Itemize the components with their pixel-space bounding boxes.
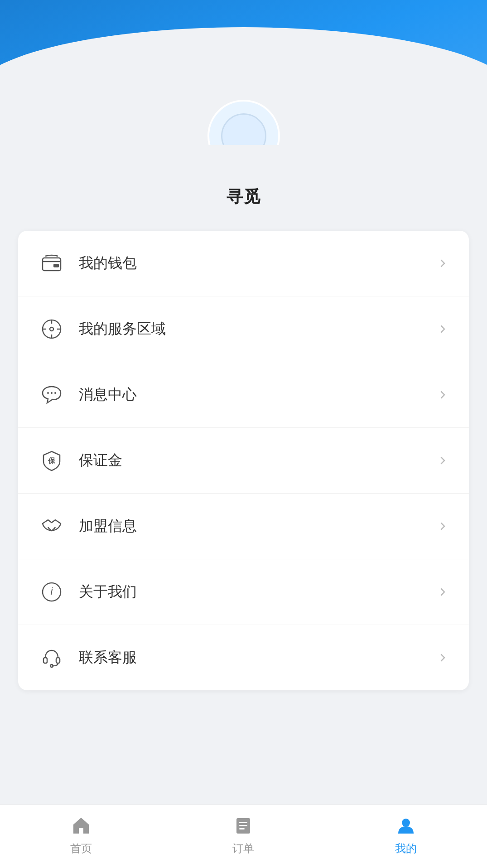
home-icon bbox=[69, 814, 93, 838]
contact-arrow bbox=[436, 651, 449, 664]
menu-item-deposit[interactable]: 保 保证金 bbox=[18, 428, 469, 494]
location-icon bbox=[38, 315, 65, 343]
service-area-label: 我的服务区域 bbox=[79, 319, 436, 339]
shield-icon: 保 bbox=[38, 447, 65, 474]
avatar bbox=[207, 100, 280, 145]
about-label: 关于我们 bbox=[79, 582, 436, 602]
menu-item-franchise[interactable]: 加盟信息 bbox=[18, 494, 469, 559]
service-area-arrow bbox=[436, 323, 449, 335]
svg-point-21 bbox=[402, 819, 410, 827]
info-icon: i bbox=[38, 578, 65, 606]
about-arrow bbox=[436, 586, 449, 598]
message-arrow bbox=[436, 388, 449, 401]
tab-mine[interactable]: 我的 bbox=[325, 814, 487, 856]
tab-orders-label: 订单 bbox=[232, 841, 254, 856]
svg-rect-19 bbox=[239, 825, 247, 826]
tab-mine-label: 我的 bbox=[395, 841, 417, 856]
avatar-inner bbox=[221, 113, 266, 145]
wallet-icon bbox=[38, 250, 65, 277]
franchise-arrow bbox=[436, 520, 449, 533]
menu-item-contact[interactable]: 联系客服 bbox=[18, 625, 469, 690]
deposit-arrow bbox=[436, 454, 449, 467]
tab-home[interactable]: 首页 bbox=[0, 814, 162, 856]
message-label: 消息中心 bbox=[79, 385, 436, 405]
svg-point-9 bbox=[51, 392, 53, 394]
menu-item-service-area[interactable]: 我的服务区域 bbox=[18, 296, 469, 362]
franchise-label: 加盟信息 bbox=[79, 516, 436, 536]
page-title: 寻觅 bbox=[0, 186, 487, 208]
wallet-label: 我的钱包 bbox=[79, 253, 436, 273]
deposit-label: 保证金 bbox=[79, 451, 436, 470]
svg-rect-14 bbox=[43, 658, 47, 663]
header-background bbox=[0, 0, 487, 145]
svg-point-10 bbox=[54, 392, 56, 394]
handshake-icon bbox=[38, 513, 65, 540]
message-icon bbox=[38, 381, 65, 408]
wallet-arrow bbox=[436, 257, 449, 270]
svg-rect-20 bbox=[239, 828, 245, 829]
tab-orders[interactable]: 订单 bbox=[162, 814, 324, 856]
svg-rect-15 bbox=[56, 658, 60, 663]
menu-item-about[interactable]: i 关于我们 bbox=[18, 559, 469, 625]
tab-home-label: 首页 bbox=[70, 841, 92, 856]
orders-icon bbox=[231, 814, 255, 838]
headset-icon bbox=[38, 644, 65, 671]
menu-item-message[interactable]: 消息中心 bbox=[18, 362, 469, 428]
svg-point-8 bbox=[47, 392, 49, 394]
svg-text:保: 保 bbox=[48, 457, 56, 465]
menu-item-wallet[interactable]: 我的钱包 bbox=[18, 231, 469, 296]
mine-icon bbox=[394, 814, 418, 838]
svg-rect-1 bbox=[53, 264, 59, 267]
svg-text:i: i bbox=[51, 586, 53, 597]
menu-card: 我的钱包 我的服务区域 bbox=[18, 231, 469, 690]
svg-rect-18 bbox=[239, 822, 247, 823]
contact-label: 联系客服 bbox=[79, 648, 436, 668]
svg-point-3 bbox=[50, 327, 53, 331]
tab-bar: 首页 订单 我的 bbox=[0, 805, 487, 868]
